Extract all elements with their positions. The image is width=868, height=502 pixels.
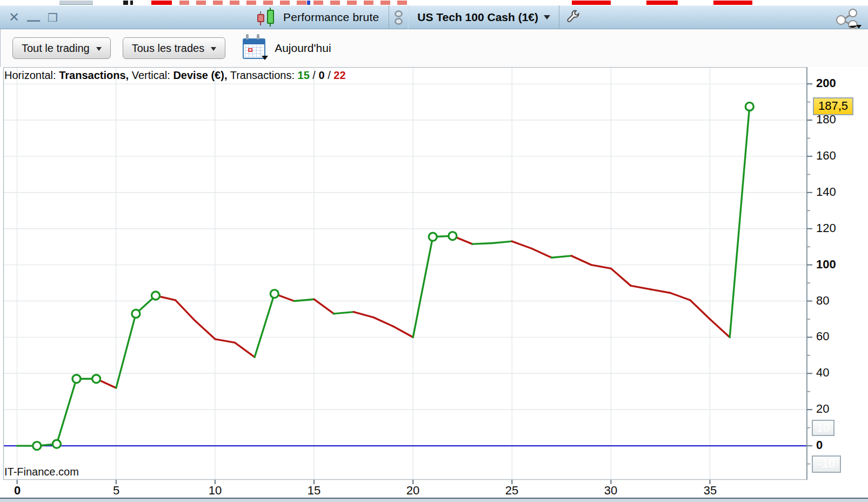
- chevron-down-icon: [96, 47, 102, 51]
- instrument-selector[interactable]: US Tech 100 Cash (1€): [409, 5, 559, 29]
- new-high-marker: [745, 102, 753, 110]
- x-axis-tick-label: 25: [496, 484, 528, 498]
- itfinance-watermark: IT-Finance.com: [4, 466, 79, 478]
- maximize-icon[interactable]: ❒: [48, 12, 58, 23]
- x-axis-tick-label: 35: [694, 484, 726, 498]
- window-bottom-edge: [0, 498, 868, 502]
- y-axis-tick-label: 60: [816, 329, 829, 344]
- new-high-marker: [449, 232, 457, 240]
- performance-window: ✕ — ❒ Performance brute US Tech 100 Cash…: [0, 0, 868, 502]
- title-bar: ✕ — ❒ Performance brute US Tech 100 Cash…: [0, 5, 868, 29]
- x-axis-tick-label: 10: [199, 484, 231, 498]
- axis-scale-down-button[interactable]: -10: [812, 455, 841, 473]
- window-title: Performance brute: [283, 11, 379, 24]
- minimize-icon[interactable]: —: [27, 14, 40, 27]
- window-title-group: Performance brute US Tech 100 Cash (1€): [255, 5, 581, 29]
- window-controls: ✕ — ❒: [0, 11, 65, 24]
- background-fragment: [151, 1, 172, 5]
- y-axis-tick-label: 100: [816, 257, 836, 272]
- new-high-marker: [52, 440, 61, 448]
- trades-filter-dropdown[interactable]: Tous les trades: [123, 37, 226, 59]
- y-axis-tick-label: 80: [816, 294, 829, 308]
- new-high-marker: [132, 309, 140, 318]
- y-axis-tick-label: 0: [816, 438, 823, 452]
- y-axis-tick-label: 160: [816, 149, 836, 163]
- y-axis-tick-label: 40: [816, 366, 829, 380]
- x-axis-tick-label: 15: [298, 484, 330, 498]
- date-range-label: Aujourd'hui: [275, 42, 331, 55]
- new-high-marker: [429, 233, 437, 241]
- candlestick-icon: [255, 8, 276, 27]
- x-axis-tick-label: 5: [100, 484, 132, 498]
- chart-canvas[interactable]: [0, 67, 868, 489]
- close-icon[interactable]: ✕: [9, 11, 19, 24]
- new-high-marker: [72, 375, 81, 383]
- performance-chart: Horizontal: Transactions, Vertical: Devi…: [0, 67, 868, 498]
- new-high-marker: [152, 292, 160, 300]
- background-fragment: [123, 1, 128, 5]
- new-high-marker: [92, 375, 101, 383]
- x-axis-tick-label: 20: [397, 484, 429, 498]
- chart-axes-summary: Horizontal: Transactions, Vertical: Devi…: [4, 69, 346, 82]
- current-value-badge: 187,5: [813, 97, 853, 115]
- losing-trades-count: 22: [333, 69, 345, 81]
- y-axis-tick-label: 20: [816, 402, 829, 416]
- chevron-down-icon: [856, 25, 862, 29]
- background-fragment: [179, 1, 411, 5]
- chevron-down-icon: [262, 56, 268, 60]
- new-high-marker: [33, 442, 41, 450]
- background-fragment: [59, 1, 93, 5]
- winning-trades-count: 15: [298, 69, 310, 81]
- divider: [559, 5, 559, 29]
- link-windows-icon[interactable]: [389, 5, 409, 29]
- x-axis-tick-label: 0: [1, 484, 34, 498]
- background-fragment: [307, 1, 310, 5]
- settings-wrench-icon[interactable]: [565, 9, 581, 25]
- chevron-down-icon: [544, 15, 550, 19]
- neutral-trades-count: 0: [318, 69, 324, 81]
- y-axis-tick-label: 140: [816, 185, 836, 199]
- share-icon[interactable]: [832, 8, 860, 30]
- y-axis-tick-label: 120: [816, 221, 836, 235]
- background-clutter: [0, 0, 868, 5]
- background-fragment: [130, 1, 133, 5]
- y-axis-tick-label: 200: [816, 76, 836, 90]
- trading-scope-dropdown[interactable]: Tout le trading: [12, 37, 111, 59]
- filter-toolbar: Tout le trading Tous les trades Aujourd'…: [0, 29, 868, 67]
- x-axis-tick-label: 30: [595, 484, 627, 498]
- background-fragment: [572, 1, 611, 5]
- background-fragment: [713, 1, 752, 5]
- chevron-down-icon: [211, 47, 216, 51]
- new-high-marker: [270, 290, 278, 298]
- axis-scale-up-button[interactable]: 10: [812, 420, 834, 436]
- calendar-icon[interactable]: [242, 36, 267, 60]
- background-fragment: [646, 1, 678, 5]
